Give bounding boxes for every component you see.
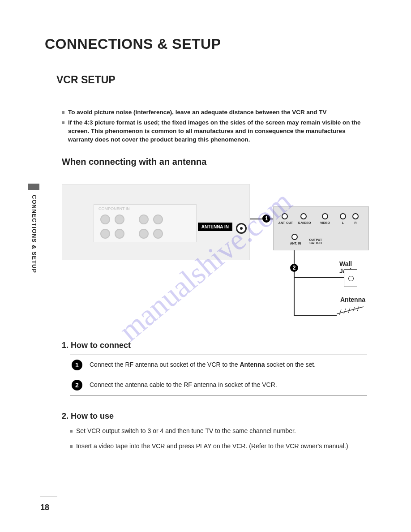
page-title: CONNECTIONS & SETUP	[45, 36, 371, 52]
component-port	[115, 215, 124, 224]
use-item: Insert a video tape into the VCR and pre…	[70, 442, 371, 450]
step-text: Connect the RF antenna out socket of the…	[90, 360, 316, 368]
vcr-video-label: VIDEO	[318, 221, 332, 224]
antenna-in-label: ANTENNA IN	[201, 224, 229, 229]
page-number-rule	[40, 497, 57, 497]
vcr-audio-l-port	[340, 213, 346, 219]
component-in-label: COMPONENT IN	[98, 206, 130, 211]
sidebar-section-label: CONNECTIONS & SETUP	[28, 195, 38, 273]
cable-to-antenna	[294, 315, 337, 316]
use-item: Set VCR output switch to 3 or 4 and then…	[70, 427, 371, 434]
cable-to-walljack	[294, 277, 344, 278]
svg-line-2	[344, 309, 346, 314]
component-port	[100, 229, 110, 239]
vcr-output-switch-label: OUTPUT SWITCH	[307, 238, 325, 245]
note-item: If the 4:3 picture format is used; the f…	[62, 119, 366, 144]
cable-vertical	[294, 250, 295, 316]
component-port	[153, 215, 163, 224]
connect-step-row: 2 Connect the antenna cable to the RF an…	[70, 375, 367, 395]
connection-diagram: COMPONENT IN ANTENNA IN 1 ANT. OUT S-VID…	[62, 175, 366, 323]
step-text-before: Connect the RF antenna out socket of the…	[90, 361, 240, 368]
antenna-in-badge: ANTENNA IN	[198, 223, 232, 231]
antenna-icon	[337, 305, 364, 317]
vcr-audio-r-label: R	[352, 221, 359, 224]
vcr-back-panel: ANT. OUT S-VIDEO VIDEO L R ANT. IN OUTPU…	[273, 206, 369, 250]
component-port	[115, 229, 124, 239]
antenna-in-port	[236, 223, 247, 234]
vcr-ant-in-port	[291, 234, 298, 240]
vcr-ant-in-label: ANT. IN	[288, 242, 303, 245]
how-to-connect-heading: 1. How to connect	[62, 341, 371, 350]
vcr-ant-out-port	[282, 213, 288, 219]
warning-notes: To avoid picture noise (interference), l…	[62, 108, 366, 144]
vcr-svideo-port	[300, 213, 307, 219]
vcr-audio-r-port	[352, 213, 359, 219]
connect-step-row: 1 Connect the RF antenna out socket of t…	[70, 355, 367, 375]
vcr-audio-l-label: L	[340, 221, 346, 224]
vcr-video-port	[322, 213, 328, 219]
step-text-after: socket on the set.	[265, 361, 316, 368]
svg-line-1	[339, 309, 341, 315]
sidebar-tab-marker	[28, 184, 39, 190]
component-port	[139, 215, 149, 224]
wall-jack-icon	[344, 269, 357, 287]
vcr-ant-out-label: ANT. OUT	[278, 221, 293, 224]
step-text-before: Connect the antenna cable to the RF ante…	[90, 381, 277, 388]
component-port	[100, 215, 110, 224]
how-to-use-list: Set VCR output switch to 3 or 4 and then…	[70, 427, 371, 450]
antenna-label: Antenna	[340, 296, 365, 303]
how-to-use-heading: 2. How to use	[62, 412, 371, 421]
section-title: VCR SETUP	[56, 74, 371, 86]
step-number-2: 2	[72, 380, 82, 390]
note-item: To avoid picture noise (interference), l…	[62, 108, 366, 117]
component-port	[139, 229, 149, 239]
step-badge-1: 1	[262, 215, 270, 223]
step-text: Connect the antenna cable to the RF ante…	[90, 380, 277, 388]
step-text-bold: Antenna	[240, 361, 265, 368]
step-badge-2: 2	[290, 264, 298, 272]
component-in-group: COMPONENT IN	[94, 204, 197, 242]
component-port	[153, 229, 163, 239]
tv-back-panel: COMPONENT IN ANTENNA IN	[62, 184, 250, 260]
antenna-connect-heading: When connecting with an antenna	[62, 157, 371, 167]
vcr-svideo-label: S-VIDEO	[297, 221, 312, 224]
page-number: 18	[40, 503, 49, 512]
step-number-1: 1	[72, 360, 82, 370]
